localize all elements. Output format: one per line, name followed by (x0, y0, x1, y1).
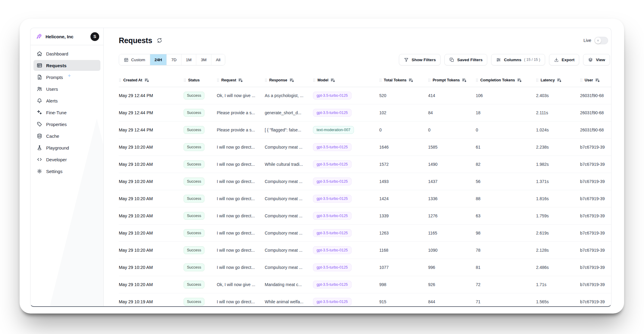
model-badge: gpt-3.5-turbo-0125 (313, 143, 352, 151)
table-row[interactable]: May 29 10:20 AM Success I will now go di… (119, 139, 611, 156)
table-row[interactable]: May 29 10:20 AM Success I will now go di… (119, 225, 611, 242)
column-label: Status (188, 78, 200, 82)
sort-icon[interactable] (238, 78, 243, 83)
view-button[interactable]: View (583, 54, 610, 65)
drag-handle-icon[interactable] (580, 78, 582, 82)
table-row[interactable]: May 29 10:20 AM Success Ok, I will now g… (119, 276, 611, 293)
cell-user: b7c67919-39 (580, 213, 611, 218)
cell-response: Compulsory meat ... (265, 265, 313, 270)
drag-handle-icon[interactable] (265, 78, 267, 82)
column-header-created-at[interactable]: Created At (119, 78, 184, 83)
column-header-user[interactable]: User (580, 78, 611, 83)
sort-icon[interactable] (409, 78, 413, 83)
sidebar-item-playground[interactable]: Playground (33, 142, 100, 153)
time-range-3m-button[interactable]: 3M (196, 54, 211, 65)
page-header: Requests Live (119, 35, 611, 46)
table-row[interactable]: May 29 10:20 AM Success I will now go di… (119, 156, 611, 173)
drag-handle-icon[interactable] (379, 78, 382, 82)
sidebar-item-properties[interactable]: Properties (33, 119, 100, 130)
drag-handle-icon[interactable] (184, 78, 186, 82)
table-row[interactable]: May 29 12:44 PM Success Please provide a… (119, 104, 611, 121)
time-range-24h-button[interactable]: 24H (150, 54, 167, 65)
table-row[interactable]: May 29 12:44 PM Success Please provide a… (119, 121, 611, 139)
tag-icon (36, 121, 43, 127)
column-header-completion-tokens[interactable]: Completion Tokens (476, 78, 536, 83)
drag-handle-icon[interactable] (119, 78, 121, 82)
table-row[interactable]: May 29 10:20 AM Success I will now go di… (119, 173, 611, 190)
table-row[interactable]: May 29 10:20 AM Success I will now go di… (119, 242, 611, 259)
table-row[interactable]: May 29 12:44 PM Success Ok, I will now g… (119, 87, 611, 104)
table-row[interactable]: May 29 10:20 AM Success I will now go di… (119, 190, 611, 207)
table-row[interactable]: May 29 10:19 AM Success I will now go di… (119, 293, 611, 306)
export-button[interactable]: Export (549, 54, 579, 65)
table-row[interactable]: May 29 10:20 AM Success I will now go di… (119, 207, 611, 225)
model-badge: gpt-3.5-turbo-0125 (313, 195, 352, 203)
sidebar-item-alerts[interactable]: Alerts (33, 95, 100, 106)
live-toggle[interactable] (594, 37, 608, 44)
org-header[interactable]: Helicone, Inc S (30, 28, 103, 45)
drag-handle-icon[interactable] (313, 78, 315, 82)
sort-icon[interactable] (462, 78, 467, 83)
column-header-total-tokens[interactable]: Total Tokens (379, 78, 428, 83)
column-header-model[interactable]: Model (313, 78, 379, 83)
cell-user: b7c67919-39 (580, 282, 611, 287)
sparkle-badge-icon (68, 74, 71, 77)
sidebar-item-settings[interactable]: Settings (33, 166, 100, 177)
sidebar-item-label: Settings (46, 169, 62, 174)
table-row[interactable]: May 29 10:20 AM Success I will now go di… (119, 259, 611, 276)
app-frame: Helicone, Inc S DashboardRequestsPrompts… (30, 28, 611, 307)
cell-total-tokens: 915 (379, 299, 428, 304)
avatar[interactable]: S (90, 32, 99, 41)
sidebar-item-dashboard[interactable]: Dashboard (33, 48, 100, 59)
sort-icon[interactable] (289, 78, 294, 83)
cell-total-tokens: 520 (379, 93, 428, 98)
cell-total-tokens: 0 (379, 128, 428, 132)
show-filters-button[interactable]: Show Filters (399, 54, 440, 65)
sidebar-item-cache[interactable]: Cache (33, 131, 100, 141)
cell-prompt-tokens: 926 (428, 282, 476, 287)
live-control: Live (583, 37, 608, 44)
sort-icon[interactable] (144, 78, 149, 83)
time-range-1m-button[interactable]: 1M (182, 54, 197, 65)
cell-status: Success (184, 229, 217, 237)
column-header-status[interactable]: Status (184, 78, 217, 82)
cell-user: b7c67919-39 (580, 248, 611, 253)
sidebar-item-requests[interactable]: Requests (33, 60, 100, 71)
live-toggle-knob (595, 37, 601, 44)
time-range-custom-button[interactable]: Custom (119, 54, 150, 65)
sidebar-item-developer[interactable]: Developer (33, 154, 100, 165)
model-badge: gpt-3.5-turbo-0125 (313, 263, 352, 271)
sort-icon[interactable] (517, 78, 522, 83)
model-badge: gpt-3.5-turbo-0125 (313, 281, 352, 288)
page-title: Requests (119, 36, 152, 45)
time-range-all-button[interactable]: All (211, 54, 225, 65)
cell-request: I will now go direct... (217, 231, 265, 235)
cell-user: b7c67919-39 (580, 162, 611, 167)
time-range-7d-button[interactable]: 7D (167, 54, 181, 65)
main-content: Requests Live (104, 28, 611, 306)
controls-row: Custom 24H7D1M3MAll Show Filters Saved F… (119, 54, 611, 65)
drag-handle-icon[interactable] (476, 78, 478, 82)
column-header-latency[interactable]: Latency (536, 78, 580, 83)
refresh-button[interactable] (156, 37, 163, 43)
columns-button[interactable]: Columns ( 15 / 15 ) (491, 54, 545, 65)
drag-handle-icon[interactable] (536, 78, 538, 82)
cell-user: b7c67919-39 (580, 145, 611, 150)
helicone-logo-rocket-icon (36, 33, 43, 40)
sidebar-item-fine-tune[interactable]: Fine-Tune (33, 107, 100, 118)
drag-handle-icon[interactable] (428, 78, 431, 82)
column-header-request[interactable]: Request (217, 78, 265, 83)
cell-response: Compulsory meat ... (265, 231, 313, 235)
column-header-response[interactable]: Response (265, 78, 313, 83)
sidebar-item-users[interactable]: Users (33, 84, 100, 94)
column-header-prompt-tokens[interactable]: Prompt Tokens (428, 78, 476, 83)
gear-icon (36, 168, 43, 174)
sort-icon[interactable] (330, 78, 335, 83)
saved-filters-button[interactable]: Saved Filters (444, 54, 487, 65)
sidebar-item-prompts[interactable]: Prompts (33, 72, 100, 83)
sort-icon[interactable] (557, 78, 562, 83)
cell-prompt-tokens: 1090 (428, 248, 476, 253)
drag-handle-icon[interactable] (217, 78, 219, 82)
sort-icon[interactable] (595, 78, 600, 83)
cell-user: b7c67919-39 (580, 299, 611, 304)
